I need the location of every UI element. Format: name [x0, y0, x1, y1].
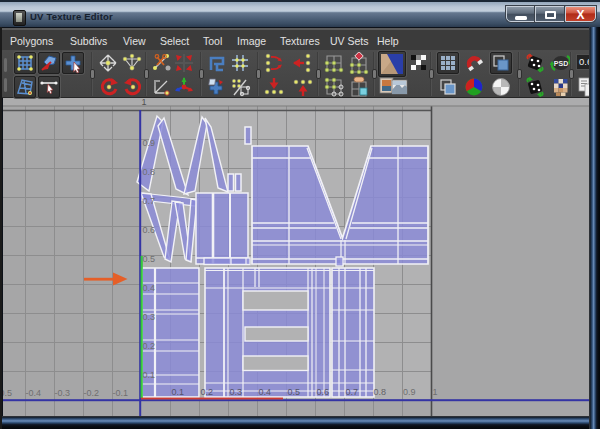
- svg-text:0.5: 0.5: [288, 387, 301, 397]
- svg-text:0.6: 0.6: [317, 387, 330, 397]
- svg-text:0.9: 0.9: [403, 387, 416, 397]
- svg-text:0.5: 0.5: [143, 254, 156, 264]
- svg-text:PSD: PSD: [554, 60, 568, 67]
- svg-text:-0.2: -0.2: [84, 388, 100, 398]
- svg-text:-0.4: -0.4: [26, 388, 42, 398]
- svg-text:1: 1: [142, 97, 147, 107]
- svg-text:0.4: 0.4: [259, 387, 272, 397]
- svg-text:0.2: 0.2: [201, 387, 214, 397]
- svg-text:1: 1: [433, 387, 438, 397]
- svg-text:0.7: 0.7: [143, 196, 156, 206]
- svg-text:0.3: 0.3: [230, 387, 243, 397]
- svg-text:0.1: 0.1: [172, 387, 185, 397]
- svg-text:0.3: 0.3: [143, 312, 156, 322]
- svg-text:0.6: 0.6: [143, 225, 156, 235]
- svg-text:0.9: 0.9: [143, 138, 156, 148]
- svg-text:-0.3: -0.3: [55, 388, 71, 398]
- svg-text:0.1: 0.1: [143, 370, 156, 380]
- svg-text:0.8: 0.8: [143, 167, 156, 177]
- svg-text:0.7: 0.7: [346, 387, 359, 397]
- svg-text:0.4: 0.4: [143, 283, 156, 293]
- svg-text:0.8: 0.8: [374, 387, 387, 397]
- svg-text:0.2: 0.2: [143, 341, 156, 351]
- svg-text:-0.1: -0.1: [113, 388, 129, 398]
